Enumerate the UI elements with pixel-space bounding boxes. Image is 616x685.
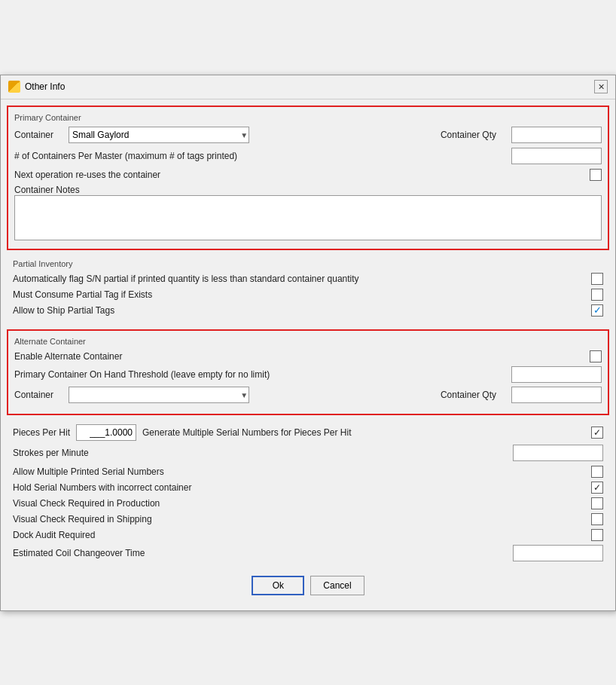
title-bar-left: Other Info xyxy=(8,81,65,93)
cancel-button[interactable]: Cancel xyxy=(310,576,364,595)
alt-container-qty-input[interactable] xyxy=(511,387,602,403)
strokes-per-minute-row: Strokes per Minute xyxy=(13,445,603,461)
estimated-coil-input[interactable] xyxy=(513,545,603,561)
must-consume-checkbox[interactable] xyxy=(591,289,603,301)
enable-alternate-row: Enable Alternate Container xyxy=(14,350,602,362)
allow-multiple-label: Allow Multiple Printed Serial Numbers xyxy=(13,466,591,477)
visual-check-production-row: Visual Check Required in Production xyxy=(13,497,603,509)
alt-container-label: Container xyxy=(14,390,53,400)
visual-check-shipping-checkbox[interactable] xyxy=(591,513,603,525)
ok-button[interactable]: Ok xyxy=(252,576,304,595)
primary-container-label: Primary Container xyxy=(14,113,602,122)
title-bar: Other Info ✕ xyxy=(1,75,615,99)
enable-alternate-checkbox[interactable] xyxy=(590,350,602,362)
pieces-per-hit-label: Pieces Per Hit xyxy=(13,427,70,438)
dialog-body: Primary Container Container Small Gaylor… xyxy=(1,99,615,610)
allow-ship-checkmark: ✓ xyxy=(593,304,602,316)
dock-audit-row: Dock Audit Required xyxy=(13,529,603,541)
alt-container-row: Container ▼ Container Qty xyxy=(14,387,602,403)
auto-flag-row: Automatically flag S/N partial if printe… xyxy=(13,273,603,285)
visual-check-production-checkbox[interactable] xyxy=(591,497,603,509)
containers-per-master-input[interactable] xyxy=(511,148,602,164)
footer: Ok Cancel xyxy=(7,568,609,604)
visual-check-shipping-row: Visual Check Required in Shipping xyxy=(13,513,603,525)
close-button[interactable]: ✕ xyxy=(594,80,608,93)
threshold-input[interactable] xyxy=(511,366,602,383)
pieces-per-hit-input[interactable] xyxy=(76,424,136,441)
container-row: Container Small Gaylord Large Gaylord Pa… xyxy=(14,127,602,143)
container-combo-wrapper: Small Gaylord Large Gaylord Pallet Box T… xyxy=(69,127,249,143)
container-label: Container xyxy=(14,130,53,140)
threshold-label: Primary Container On Hand Threshold (lea… xyxy=(14,369,270,380)
partial-inventory-section: Partial Inventory Automatically flag S/N… xyxy=(7,256,609,326)
pieces-per-hit-row: Pieces Per Hit Generate Multiple Serial … xyxy=(13,424,603,441)
estimated-coil-row: Estimated Coil Changeover Time xyxy=(13,545,603,561)
generate-serial-checkmark: ✓ xyxy=(593,427,601,438)
alternate-container-label: Alternate Container xyxy=(14,337,602,346)
alt-container-combo-wrapper: ▼ xyxy=(69,387,249,403)
auto-flag-checkbox[interactable] xyxy=(591,273,603,285)
hold-serial-row: Hold Serial Numbers with incorrect conta… xyxy=(13,482,603,494)
must-consume-row: Must Consume Partial Tag if Exists xyxy=(13,289,603,301)
allow-ship-checkbox[interactable]: ✓ xyxy=(591,304,603,317)
auto-flag-label: Automatically flag S/N partial if printe… xyxy=(13,274,359,284)
estimated-coil-label: Estimated Coil Changeover Time xyxy=(13,548,513,558)
next-operation-row: Next operation re-uses the container xyxy=(14,169,602,181)
strokes-per-minute-input[interactable] xyxy=(513,445,603,461)
dock-audit-checkbox[interactable] xyxy=(591,529,603,541)
hold-serial-checkmark: ✓ xyxy=(593,482,601,493)
generate-serial-checkbox[interactable]: ✓ xyxy=(591,427,603,439)
partial-inventory-label: Partial Inventory xyxy=(13,259,603,268)
dialog-title: Other Info xyxy=(25,81,65,92)
allow-multiple-row: Allow Multiple Printed Serial Numbers xyxy=(13,466,603,478)
dialog-icon xyxy=(8,81,20,93)
alternate-container-section: Alternate Container Enable Alternate Con… xyxy=(7,329,609,415)
alt-container-select[interactable] xyxy=(69,387,249,403)
strokes-per-minute-label: Strokes per Minute xyxy=(13,448,513,458)
allow-ship-row: Allow to Ship Partial Tags ✓ xyxy=(13,304,603,317)
primary-container-section: Primary Container Container Small Gaylor… xyxy=(7,106,609,250)
other-info-dialog: Other Info ✕ Primary Container Container… xyxy=(0,75,616,611)
alt-container-qty-label: Container Qty xyxy=(441,390,496,400)
container-notes-label: Container Notes xyxy=(14,185,602,195)
container-qty-input[interactable] xyxy=(511,127,602,143)
dock-audit-label: Dock Audit Required xyxy=(13,530,591,540)
threshold-row: Primary Container On Hand Threshold (lea… xyxy=(14,366,602,383)
next-operation-label: Next operation re-uses the container xyxy=(14,170,160,180)
container-select[interactable]: Small Gaylord Large Gaylord Pallet Box T… xyxy=(69,127,249,143)
containers-per-master-row: # of Containers Per Master (maximum # of… xyxy=(14,148,602,164)
container-qty-label: Container Qty xyxy=(441,130,496,140)
next-operation-checkbox[interactable] xyxy=(590,169,602,181)
generate-serial-label: Generate Multiple Serial Numbers for Pie… xyxy=(142,427,591,438)
container-notes-textarea[interactable] xyxy=(14,195,602,240)
hold-serial-checkbox[interactable]: ✓ xyxy=(591,482,603,494)
visual-check-production-label: Visual Check Required in Production xyxy=(13,498,591,509)
enable-alternate-label: Enable Alternate Container xyxy=(14,351,122,362)
containers-per-master-label: # of Containers Per Master (maximum # of… xyxy=(14,151,237,161)
hold-serial-label: Hold Serial Numbers with incorrect conta… xyxy=(13,482,591,493)
allow-ship-label: Allow to Ship Partial Tags xyxy=(13,305,114,316)
bottom-section: Pieces Per Hit Generate Multiple Serial … xyxy=(7,421,609,568)
must-consume-label: Must Consume Partial Tag if Exists xyxy=(13,289,152,300)
container-notes-wrapper: Container Notes xyxy=(14,185,602,243)
visual-check-shipping-label: Visual Check Required in Shipping xyxy=(13,514,591,524)
allow-multiple-checkbox[interactable] xyxy=(591,466,603,478)
